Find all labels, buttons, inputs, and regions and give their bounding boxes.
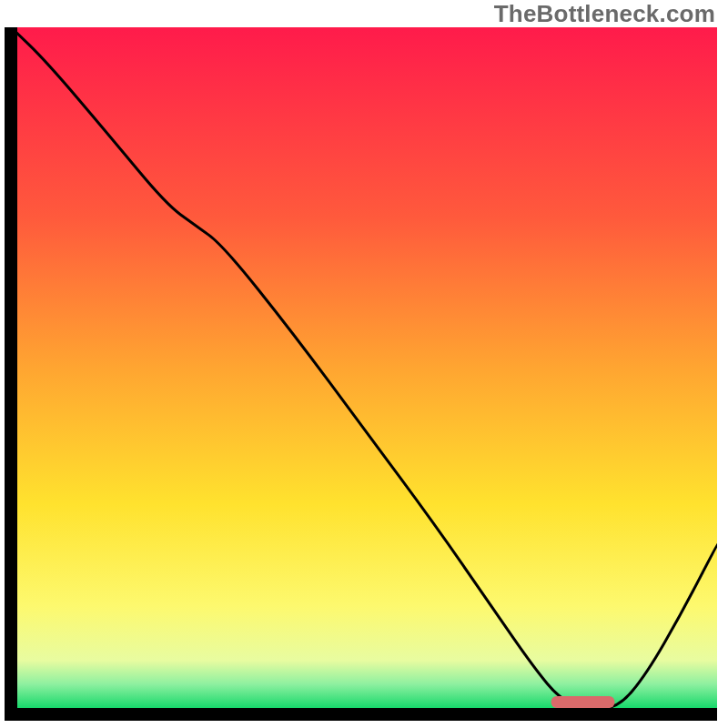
gradient-background bbox=[11, 27, 717, 708]
chart-svg bbox=[0, 0, 728, 728]
watermark-text: TheBottleneck.com bbox=[494, 0, 715, 28]
bottleneck-chart: TheBottleneck.com bbox=[0, 0, 728, 728]
optimal-range-marker bbox=[551, 696, 615, 708]
